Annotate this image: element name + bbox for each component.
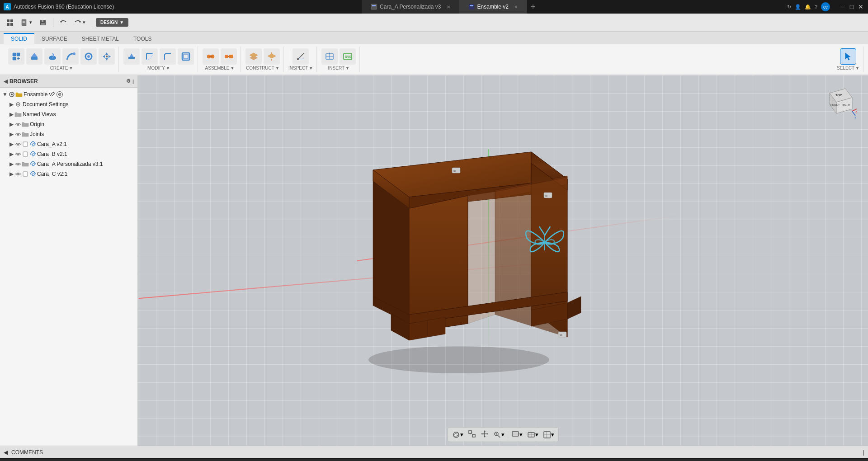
- svg-point-63: [17, 143, 19, 145]
- eye-icon-cara-c[interactable]: [14, 170, 22, 178]
- midplane-icon[interactable]: [264, 48, 280, 65]
- extrude-icon[interactable]: [26, 48, 42, 65]
- chamfer-icon[interactable]: [160, 48, 176, 65]
- tree-item-origin[interactable]: ▶ Origin: [0, 119, 137, 129]
- rigid-group-icon[interactable]: [221, 48, 237, 65]
- browser-pin-icon[interactable]: |: [132, 79, 134, 84]
- save-button[interactable]: [37, 16, 49, 29]
- shell-icon[interactable]: [178, 48, 194, 65]
- root-settings-btn[interactable]: ⚙: [57, 91, 63, 98]
- offset-plane-icon[interactable]: [245, 48, 262, 65]
- pan-btn[interactable]: [479, 428, 490, 441]
- new-tab-button[interactable]: +: [527, 0, 539, 13]
- link-icon-cara-b: [29, 151, 36, 158]
- revolve-icon[interactable]: [44, 48, 61, 65]
- tab-close-button[interactable]: ✕: [447, 5, 450, 9]
- viewport[interactable]: ⊞ ⊞ ⊞ TOP FRONT RIGHT X: [138, 75, 868, 446]
- browser-collapse-icon[interactable]: ◀: [4, 78, 8, 85]
- coil-icon[interactable]: [80, 48, 97, 65]
- help-icon[interactable]: ?: [815, 4, 817, 9]
- svg-rect-23: [31, 57, 38, 60]
- browser-settings-icon[interactable]: ⚙: [126, 78, 131, 84]
- app-menu-button[interactable]: [4, 16, 16, 29]
- tree-item-doc-settings[interactable]: ▶ Document Settings: [0, 99, 137, 109]
- svg-rect-9: [10, 23, 13, 26]
- svg-marker-56: [845, 53, 850, 60]
- tree-named-views-label: Named Views: [23, 111, 56, 118]
- orbit-btn[interactable]: ▾: [451, 429, 465, 440]
- tree-item-cara-a[interactable]: ▶ Cara_A v2:1: [0, 139, 137, 149]
- tab-tools[interactable]: TOOLS: [126, 33, 159, 44]
- tree-item-joints[interactable]: ▶ Joints: [0, 129, 137, 139]
- expand-cara-c[interactable]: ▶: [8, 171, 14, 177]
- tab-sheet-metal[interactable]: SHEET METAL: [75, 33, 126, 44]
- expand-root[interactable]: ▼: [2, 91, 8, 98]
- display-btn[interactable]: ▾: [526, 429, 540, 440]
- file-button[interactable]: ▾: [18, 16, 35, 29]
- design-mode-button[interactable]: DESIGN ▼: [96, 18, 128, 27]
- fit-btn[interactable]: [467, 428, 477, 441]
- undo-icon: [60, 19, 67, 26]
- eye-icon-cara-a-pers[interactable]: [14, 160, 22, 168]
- comments-bar: ◀ COMMENTS |: [0, 446, 868, 458]
- close-button[interactable]: ✕: [857, 3, 864, 10]
- tab-close-button-2[interactable]: ✕: [514, 5, 518, 9]
- expand-cara-a[interactable]: ▶: [8, 141, 14, 147]
- zoom-btn[interactable]: ▾: [492, 429, 506, 440]
- timeline: ⏮ ◀ ▶ ▶ ⏭ ⚙: [0, 458, 868, 461]
- minimize-button[interactable]: ─: [839, 3, 846, 10]
- restore-button[interactable]: □: [848, 3, 855, 10]
- new-component-icon[interactable]: [8, 48, 24, 65]
- cmd-toolbar: CREATE ▼ MODIFY ▼: [0, 44, 868, 75]
- expand-cara-b[interactable]: ▶: [8, 151, 14, 157]
- eye-icon-joints[interactable]: [14, 131, 22, 138]
- tab-solid[interactable]: SOLID: [4, 33, 34, 44]
- comments-collapse-icon[interactable]: ◀: [4, 449, 8, 456]
- insert-svg-icon[interactable]: SVG: [340, 48, 356, 65]
- account-badge[interactable]: cc: [821, 2, 830, 11]
- notification-icon[interactable]: 🔔: [805, 4, 811, 10]
- redo-button[interactable]: ▾: [71, 16, 88, 29]
- browser-tree: ▼ Ensamble v2 ⚙ ▶ Document Settings: [0, 88, 137, 446]
- user-icon[interactable]: 👤: [795, 4, 801, 10]
- body-icon-cara-c: [22, 170, 29, 178]
- expand-named-views[interactable]: ▶: [8, 111, 14, 118]
- expand-joints[interactable]: ▶: [8, 131, 14, 137]
- tab-cara-a-personalizada[interactable]: Cara_A Personalizada v3 ✕: [362, 0, 459, 14]
- create-arrow: ▼: [69, 66, 73, 71]
- comments-pin-icon[interactable]: |: [863, 449, 864, 456]
- joint-icon[interactable]: [203, 48, 219, 65]
- select-icon[interactable]: [840, 48, 856, 65]
- fillet-icon[interactable]: [142, 48, 158, 65]
- press-pull-icon[interactable]: [123, 48, 140, 65]
- refresh-icon[interactable]: ↻: [787, 4, 791, 10]
- folder-icon-root: [15, 91, 23, 98]
- view-options-btn[interactable]: ▾: [510, 429, 524, 440]
- tree-item-cara-b[interactable]: ▶ Cara_B v2:1: [0, 149, 137, 159]
- tab-ensamble[interactable]: Ensamble v2 ✕: [459, 0, 527, 14]
- sweep-icon[interactable]: [62, 48, 79, 65]
- eye-icon-origin[interactable]: [14, 121, 22, 128]
- tab-surface[interactable]: SURFACE: [34, 33, 75, 44]
- move-icon[interactable]: [99, 48, 115, 65]
- tree-item-cara-c[interactable]: ▶ Cara_C v2:1: [0, 169, 137, 179]
- eye-icon-cara-b[interactable]: [14, 151, 22, 158]
- measure-icon[interactable]: ⟷: [292, 48, 309, 65]
- grid-btn[interactable]: ▾: [542, 429, 556, 440]
- undo-button[interactable]: [57, 16, 70, 29]
- tree-item-named-views[interactable]: ▶ Named Views: [0, 109, 137, 119]
- select-group: SELECT ▼: [833, 47, 863, 72]
- expand-cara-a-pers[interactable]: ▶: [8, 161, 14, 167]
- viewport-sep-1: [508, 431, 508, 438]
- tree-doc-settings-label: Document Settings: [23, 101, 68, 108]
- svg-rect-34: [128, 57, 135, 59]
- eye-icon-cara-a[interactable]: [14, 141, 22, 148]
- nav-cube[interactable]: TOP FRONT RIGHT X Z: [823, 84, 859, 120]
- insert-mesh-icon[interactable]: [321, 48, 338, 65]
- tab-icon-2: [468, 4, 475, 10]
- expand-origin[interactable]: ▶: [8, 121, 14, 127]
- tree-item-cara-a-pers[interactable]: ▶ Cara_A Personalizada v3:1: [0, 159, 137, 169]
- expand-doc-settings[interactable]: ▶: [8, 101, 14, 108]
- tree-item-root[interactable]: ▼ Ensamble v2 ⚙: [0, 89, 137, 99]
- svg-rect-127: [544, 432, 550, 438]
